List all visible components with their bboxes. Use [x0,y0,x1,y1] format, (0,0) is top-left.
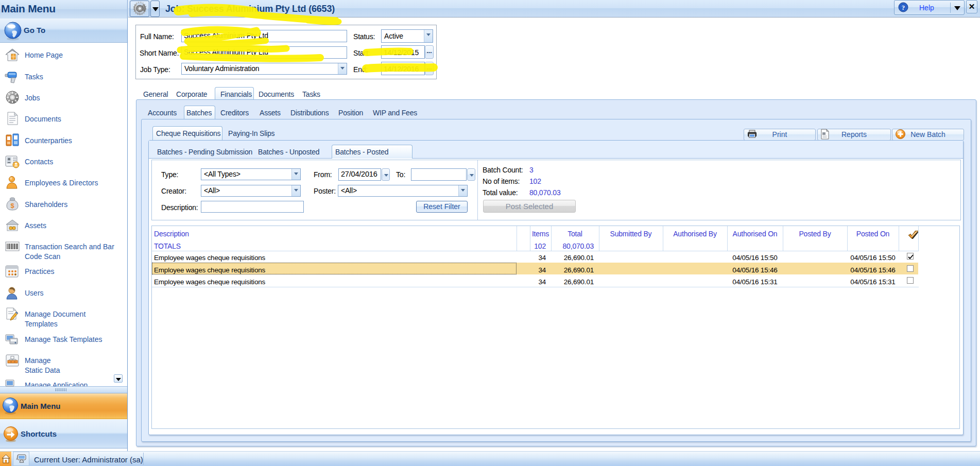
svg-text:$: $ [10,202,14,210]
svg-text:?: ? [902,4,905,11]
